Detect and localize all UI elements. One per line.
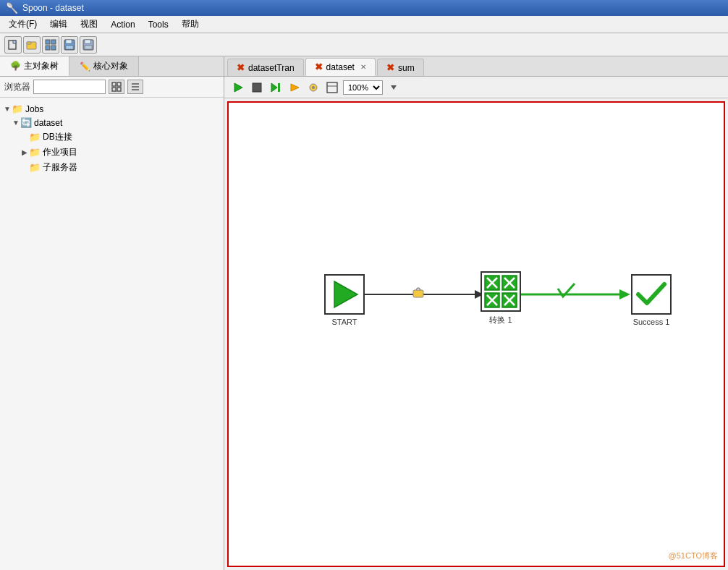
folder-icon-db: 📁 bbox=[29, 132, 41, 142]
node-start[interactable]: START bbox=[324, 274, 365, 326]
save-button[interactable] bbox=[61, 36, 78, 54]
node-transform[interactable]: 转换 1 bbox=[481, 271, 521, 326]
tree-label-jobs: Jobs bbox=[25, 104, 43, 114]
svg-rect-27 bbox=[327, 82, 337, 93]
node-start-label: START bbox=[331, 318, 357, 326]
tab-datatran-icon: ✖ bbox=[237, 62, 245, 73]
menu-help[interactable]: 帮助 bbox=[176, 17, 205, 32]
menu-edit[interactable]: 编辑 bbox=[44, 17, 73, 32]
tab-dataset-cross-icon: ✖ bbox=[315, 61, 323, 72]
app-icon: 🥄 bbox=[6, 2, 18, 14]
tree-item-work-item[interactable]: ▶ 📁 作业项目 bbox=[0, 145, 224, 160]
left-panel: 🌳 主对象树 ✏️ 核心对象 浏览器 ▼ 📁 J bbox=[0, 56, 224, 570]
expand-dataset[interactable]: ▼ bbox=[12, 119, 20, 127]
node-transform-box bbox=[481, 271, 521, 312]
node-success-box bbox=[631, 274, 672, 315]
tab-sum[interactable]: ✖ sum bbox=[377, 59, 424, 76]
svg-rect-9 bbox=[66, 46, 73, 49]
expand-work-item[interactable]: ▶ bbox=[20, 148, 29, 156]
tree-label-dataset: dataset bbox=[34, 118, 62, 128]
tab-main-objects[interactable]: 🌳 主对象树 bbox=[0, 56, 69, 76]
svg-rect-32 bbox=[413, 290, 423, 297]
tab-dataset-label: dataset bbox=[326, 62, 355, 72]
svg-rect-13 bbox=[112, 82, 116, 86]
tree-item-sub-server[interactable]: ▶ 📁 子服务器 bbox=[0, 160, 224, 175]
search-button-2[interactable] bbox=[127, 80, 143, 94]
svg-rect-8 bbox=[66, 40, 72, 43]
new-button[interactable] bbox=[4, 36, 22, 54]
svg-rect-6 bbox=[51, 46, 56, 50]
svg-marker-35 bbox=[334, 281, 357, 307]
run-button[interactable] bbox=[230, 80, 246, 95]
svg-marker-20 bbox=[234, 83, 242, 92]
svg-rect-14 bbox=[117, 82, 121, 86]
folder-icon-work: 📁 bbox=[29, 147, 41, 158]
svg-marker-29 bbox=[391, 85, 397, 90]
search-input[interactable] bbox=[33, 80, 106, 94]
search-bar: 浏览器 bbox=[0, 77, 224, 98]
svg-rect-11 bbox=[85, 40, 90, 43]
layout-button[interactable] bbox=[324, 80, 340, 95]
tab-sum-label: sum bbox=[398, 63, 415, 73]
tree-item-jobs[interactable]: ▼ 📁 Jobs bbox=[0, 102, 224, 116]
menu-view[interactable]: 视图 bbox=[75, 17, 103, 32]
menu-tools[interactable]: Tools bbox=[143, 18, 174, 31]
preview-button[interactable] bbox=[305, 80, 321, 95]
tree-label-work-item: 作业项目 bbox=[43, 146, 77, 158]
core-objects-icon: ✏️ bbox=[80, 61, 90, 72]
zoom-dropdown-btn[interactable] bbox=[386, 80, 402, 95]
svg-rect-23 bbox=[278, 83, 280, 92]
svg-rect-5 bbox=[46, 46, 50, 50]
right-tab-bar: ✖ datasetTran ✖ dataset ✕ ✖ sum bbox=[224, 56, 728, 77]
tab-sum-icon: ✖ bbox=[386, 62, 394, 73]
svg-rect-4 bbox=[51, 40, 56, 44]
svg-rect-2 bbox=[27, 42, 31, 44]
tab-dataset[interactable]: ✖ dataset ✕ bbox=[305, 58, 376, 76]
svg-marker-24 bbox=[291, 84, 299, 91]
canvas-toolbar: 25% 50% 75% 100% 150% 200% bbox=[224, 77, 728, 98]
node-success[interactable]: Success 1 bbox=[631, 274, 672, 326]
svg-marker-22 bbox=[271, 83, 277, 92]
tree-item-dataset[interactable]: ▼ 🔄 dataset bbox=[0, 116, 224, 129]
menu-action[interactable]: Action bbox=[105, 18, 140, 31]
tab-core-objects[interactable]: ✏️ 核心对象 bbox=[69, 56, 139, 76]
menu-bar: 文件(F) 编辑 视图 Action Tools 帮助 bbox=[0, 16, 728, 33]
folder-icon-jobs: 📁 bbox=[12, 103, 23, 114]
svg-rect-21 bbox=[253, 83, 261, 92]
tab-dataset-tran[interactable]: ✖ datasetTran bbox=[227, 59, 304, 76]
search-button-1[interactable] bbox=[109, 80, 124, 94]
svg-point-26 bbox=[312, 86, 315, 89]
tab-main-objects-label: 主对象树 bbox=[24, 60, 59, 72]
zoom-select[interactable]: 25% 50% 75% 100% 150% 200% bbox=[343, 80, 383, 95]
main-toolbar bbox=[0, 33, 728, 56]
transform-icon-dataset: 🔄 bbox=[20, 117, 32, 128]
node-start-box bbox=[324, 274, 365, 315]
right-panel: ✖ datasetTran ✖ dataset ✕ ✖ sum bbox=[224, 56, 728, 570]
main-area: 🌳 主对象树 ✏️ 核心对象 浏览器 ▼ 📁 J bbox=[0, 56, 728, 570]
tab-datatran-label: datasetTran bbox=[248, 63, 295, 73]
tree-label-sub-server: 子服务器 bbox=[43, 161, 77, 174]
menu-file[interactable]: 文件(F) bbox=[3, 17, 43, 32]
watermark: @51CTO博客 bbox=[669, 550, 718, 561]
stop-button[interactable] bbox=[249, 80, 265, 95]
save-as-button[interactable] bbox=[80, 36, 97, 54]
tree-area: ▼ 📁 Jobs ▼ 🔄 dataset ▶ 📁 DB连接 ▶ 📁 作业项目 bbox=[0, 98, 224, 570]
tree-label-db-connect: DB连接 bbox=[43, 131, 72, 143]
workflow-canvas[interactable]: START bbox=[227, 101, 725, 567]
launch-button[interactable] bbox=[287, 80, 302, 95]
svg-rect-3 bbox=[46, 40, 50, 44]
folder-icon-sub: 📁 bbox=[29, 162, 41, 173]
left-tab-bar: 🌳 主对象树 ✏️ 核心对象 bbox=[0, 56, 224, 77]
tab-dataset-close[interactable]: ✕ bbox=[360, 63, 366, 71]
explore-button[interactable] bbox=[42, 36, 59, 54]
svg-marker-34 bbox=[619, 289, 630, 299]
open-button[interactable] bbox=[23, 36, 41, 54]
svg-rect-12 bbox=[85, 46, 92, 49]
tab-core-objects-label: 核心对象 bbox=[93, 60, 128, 72]
step-run-button[interactable] bbox=[268, 80, 284, 95]
node-success-label: Success 1 bbox=[633, 318, 670, 326]
expand-jobs[interactable]: ▼ bbox=[3, 105, 12, 113]
svg-rect-16 bbox=[117, 88, 121, 91]
tree-item-db-connect[interactable]: ▶ 📁 DB连接 bbox=[0, 129, 224, 145]
search-label: 浏览器 bbox=[4, 81, 30, 93]
